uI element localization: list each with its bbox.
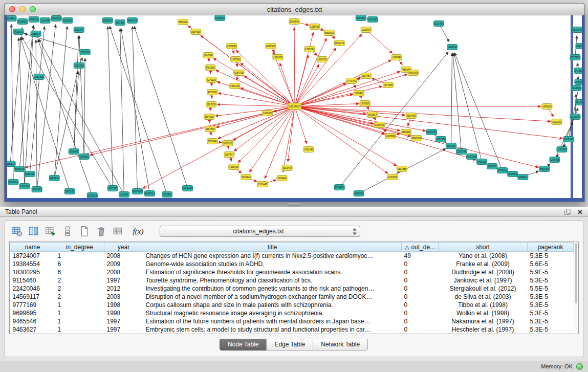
graph-edge[interactable] [74,36,79,151]
graph-edge[interactable] [241,88,295,106]
graph-edge[interactable] [216,106,295,127]
graph-node[interactable]: 9594412 [7,16,16,21]
close-panel-icon[interactable]: ✕ [577,208,583,216]
graph-node[interactable]: 1216045 [570,114,580,120]
graph-node[interactable]: 4275520 [207,90,217,95]
graph-node[interactable]: 5572393 [367,17,378,23]
tab-network-table[interactable]: Network Table [313,339,368,351]
graph-node[interactable]: 9136204 [215,15,225,21]
graph-node[interactable]: 7204409 [374,122,384,128]
graph-node[interactable]: 9510470 [572,27,582,33]
graph-node[interactable]: 9660910 [324,30,334,36]
graph-node[interactable]: 8287252 [426,129,437,135]
graph-edge[interactable] [37,25,56,189]
graph-node[interactable]: 1461420 [230,83,240,89]
delete-icon[interactable] [95,225,108,237]
zoom-window-button[interactable] [30,6,36,12]
graph-edge[interactable] [74,72,78,151]
graph-edge[interactable] [295,34,362,106]
graph-edge[interactable] [217,104,295,106]
tab-node-table[interactable]: Node Table [220,339,267,351]
graph-edge[interactable] [30,27,45,174]
column-chooser-icon[interactable] [27,225,40,237]
graph-node[interactable]: 5905220 [64,189,75,194]
graph-node[interactable]: 8131042 [356,15,366,21]
graph-node[interactable]: 9770231 [497,168,508,173]
graph-node[interactable]: 1694900 [191,29,201,35]
column-header-out_degree[interactable]: △ out_de... [402,243,439,252]
graph-node[interactable]: 9861376 [334,40,344,46]
graph-edge[interactable] [295,106,476,160]
graph-node[interactable]: 4895478 [401,129,411,135]
table-row[interactable]: 1830029562008Estimation of significance … [10,268,574,276]
graph-node[interactable]: 9154490 [406,113,416,119]
table-scrollbar-thumb[interactable] [575,243,577,303]
graph-edge[interactable] [21,37,113,188]
graph-node[interactable]: 1601627 [367,112,377,118]
graph-edge[interactable] [569,88,579,139]
graph-node[interactable]: 1877505 [383,82,393,88]
graph-node[interactable]: 8760353 [51,16,61,21]
graph-node[interactable]: 1255439 [310,24,320,30]
graph-node[interactable]: 2260880 [227,43,237,49]
graph-node[interactable]: 1277541 [231,57,241,62]
graph-node[interactable]: 7619444 [241,174,251,180]
network-canvas[interactable]: 9594412213585397452701102438876035391365… [7,15,582,198]
graph-node[interactable]: 9745270 [29,17,39,23]
graph-node[interactable]: 9136529 [62,18,73,24]
graph-node[interactable]: 9412336 [576,43,582,49]
graph-edge[interactable] [39,39,124,194]
table-row[interactable]: 946362711997Embryonic stem cells: a mode… [10,325,574,334]
graph-node[interactable]: 1604487 [361,73,371,79]
splitter-grip[interactable] [287,202,301,206]
graph-node[interactable]: 2035071 [31,31,41,37]
graph-edge[interactable] [295,55,308,106]
graph-node[interactable]: 1166193 [289,19,299,25]
graph-node[interactable]: 7619445 [277,176,287,181]
graph-node[interactable]: 1125146 [563,137,574,142]
close-window-button[interactable] [9,6,15,12]
graph-node[interactable]: 1320320 [273,55,283,60]
graph-node[interactable]: 1605890 [385,134,396,139]
graph-node[interactable]: 1451445 [303,147,314,152]
graph-node[interactable]: 5905132 [14,166,25,172]
graph-node[interactable]: 1067083 [575,79,582,85]
graph-node[interactable]: 1948794 [447,45,458,50]
minimize-window-button[interactable] [19,6,26,12]
graph-node[interactable]: 1216020 [360,101,370,106]
graph-node[interactable]: 7639242 [13,29,24,35]
graph-edge[interactable] [121,29,149,193]
graph-node[interactable]: 9225447 [74,27,84,33]
graph-edge[interactable] [215,106,295,116]
graph-edge[interactable] [295,64,319,106]
graph-edge[interactable] [295,106,397,166]
graph-node[interactable]: 2907170 [206,102,216,107]
graph-node[interactable]: 1072066 [467,154,477,160]
graph-node[interactable]: 5905313 [25,171,35,177]
graph-node[interactable]: 1141927 [575,100,582,105]
graph-node[interactable]: 2051080 [74,63,84,69]
graph-node[interactable]: 9531470 [32,187,42,192]
table-row[interactable]: 1938455462009Genome-wide association stu… [10,260,574,268]
graph-node[interactable]: 9245021 [518,174,528,180]
graph-node[interactable]: 6791970 [435,137,446,142]
column-header-name[interactable]: name [10,243,55,252]
graph-node[interactable]: 2051035 [80,50,90,55]
graph-node[interactable]: 1270915 [550,157,560,163]
column-header-title[interactable]: title [143,243,402,252]
graph-node[interactable]: 3607310 [223,141,233,146]
graph-node[interactable]: 1616250 [317,57,327,62]
graph-node[interactable]: 1143549 [571,85,581,91]
table-row[interactable]: 1456911722003Disruption of a novel membe… [10,293,574,301]
table-row[interactable]: 2242004622012Investigating the contribut… [10,285,574,293]
graph-node[interactable]: 1513445 [257,182,268,187]
column-header-pagerank[interactable]: pagerank [528,243,574,252]
table-row[interactable]: 1872400712008Changes of HCN gene express… [10,252,574,260]
column-header-year[interactable]: year [104,243,143,252]
graph-node[interactable]: 2907330 [205,126,215,132]
graph-node[interactable]: 8996590 [411,136,421,141]
graph-node[interactable]: 2516085 [69,149,79,155]
graph-hub-node[interactable]: 18724007 [288,103,301,110]
graph-node[interactable]: 9524202 [334,185,344,190]
graph-node[interactable]: 9462133 [477,159,487,165]
